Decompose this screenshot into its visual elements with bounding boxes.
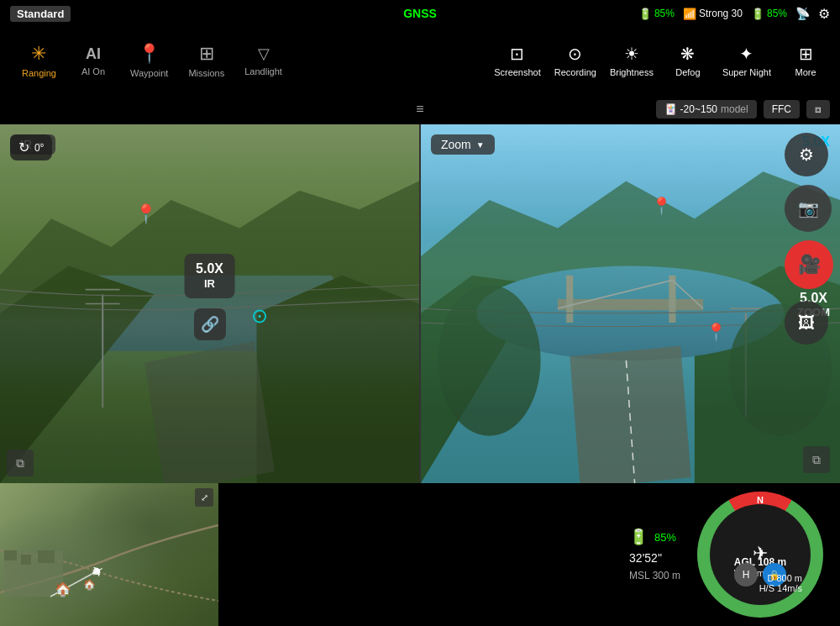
orientation-angle: 0° (34, 142, 44, 154)
waypoint-icon: 📍 (138, 43, 160, 65)
bottom-area: ✈ 🏠 🏠 ⤢ 🔋 85% 32'52'' MSL 300 m N (0, 483, 840, 626)
wifi-status: 📡 (795, 7, 810, 20)
screenshot-tool[interactable]: ⊡ Screenshot (494, 44, 541, 77)
split-icon: ⧈ (815, 103, 822, 115)
zoom-scene-svg (421, 124, 840, 483)
compass-plane-icon: ✈ (753, 543, 768, 565)
msl-row: MSL 300 m (629, 570, 680, 581)
gnss-status: GNSS (403, 7, 437, 20)
ai-label: AI On (81, 66, 105, 76)
battery-percent: 85% (654, 531, 676, 544)
svg-rect-5 (144, 341, 275, 483)
settings-status[interactable]: ⚙ (818, 6, 830, 22)
gallery-icon: 🖼 (798, 313, 815, 333)
defog-tool[interactable]: ❋ Defog (667, 44, 709, 77)
screenshot-icon: ⊡ (510, 44, 524, 64)
gallery-button[interactable]: 🖼 (785, 301, 828, 345)
compass-widget: N ✈ AGL 108 m V/S 5m/s H 🔒 (697, 492, 823, 618)
supernight-label: Super Night (722, 67, 771, 77)
flight-mode-label: Standard (10, 6, 71, 22)
battery-row: 🔋 85% (629, 528, 680, 546)
zoom-camera-label[interactable]: Zoom ▼ (431, 134, 495, 155)
ffc-label: FFC (772, 103, 791, 115)
video-record-button[interactable]: 🎥 (785, 240, 833, 289)
battery1-status: 🔋 85% (638, 8, 675, 20)
svg-rect-26 (4, 550, 17, 560)
landlight-label: Landlight (244, 66, 282, 76)
hs-value: H/S 14m/s (759, 583, 802, 593)
main-toolbar: ✳ Ranging AI AI On 📍 Waypoint ⊞ Missions… (0, 27, 840, 94)
defog-label: Defog (675, 67, 700, 77)
poi-marker-4: 📍 (706, 322, 727, 342)
home-badge: H (734, 563, 758, 587)
screenshot-label: Screenshot (494, 67, 541, 77)
zoom-dropdown-icon: ▼ (476, 140, 485, 150)
brightness-tool[interactable]: ☀ Brightness (610, 44, 654, 77)
ir-split-button[interactable]: ⧉ (7, 450, 34, 476)
dist-value: D 800 m (759, 573, 802, 583)
svg-point-23 (438, 285, 540, 436)
photo-capture-button[interactable]: 📷 (785, 185, 832, 232)
battery2-value: 85% (767, 8, 787, 19)
zoom-split-icon: ⧉ (812, 453, 821, 467)
ffc-button[interactable]: FFC (764, 100, 800, 118)
battery1-value: 85% (654, 8, 675, 19)
map-expand-button[interactable]: ⤢ (195, 488, 213, 507)
wifi-icon: 📡 (795, 7, 810, 20)
drag-handle: ≡ (416, 102, 423, 117)
ranging-label: Ranging (22, 68, 56, 78)
waypoint-tool[interactable]: 📍 Waypoint (122, 38, 176, 83)
svg-rect-16 (566, 276, 573, 323)
camera-settings-icon: ⚙ (799, 145, 814, 165)
ir-split-icon: ⧉ (16, 456, 24, 471)
photo-icon: 📷 (798, 198, 819, 218)
time-value: 32'52'' (629, 551, 662, 565)
battery2-status: 🔋 85% (751, 8, 787, 20)
brightness-icon: ☀ (624, 44, 639, 64)
tele-left-panel: 🔋 85% 32'52'' MSL 300 m (629, 528, 680, 581)
rc-signal-status: 📶 Strong 30 (683, 8, 743, 20)
record-icon: 🎥 (798, 254, 821, 276)
more-tool[interactable]: ⊞ More (785, 44, 827, 77)
ir-camera-view: IR ▼ 5.0X IR 📍 ⊙ 🔗 ⧉ (0, 124, 421, 483)
missions-tool[interactable]: ⊞ Missions (180, 38, 233, 83)
waypoint-label: Waypoint (130, 68, 168, 78)
msl-label: MSL 300 m (629, 570, 680, 581)
defog-icon: ❋ (680, 44, 695, 64)
status-right: 🔋 85% 📶 Strong 30 🔋 85% 📡 ⚙ (638, 6, 830, 22)
model-range-button[interactable]: 🃏 -20~150 model (656, 100, 757, 118)
model-label: model (721, 103, 748, 115)
split-button[interactable]: ⧈ (806, 100, 830, 118)
compass-inner: ✈ AGL 108 m V/S 5m/s H 🔒 D 800 m H/S 14 (710, 504, 811, 605)
ir-zoom-value: 5.0X (196, 260, 223, 278)
ir-zoom-type: IR (196, 277, 223, 292)
missions-icon: ⊞ (199, 43, 214, 65)
recording-tool[interactable]: ⊙ Recording (554, 44, 596, 77)
brightness-label: Brightness (610, 67, 654, 77)
drone-battery-icon: 🔋 (751, 8, 764, 20)
link-camera-button[interactable]: 🔗 (194, 308, 226, 340)
zoom-split-button[interactable]: ⧉ (803, 446, 830, 473)
supernight-tool[interactable]: ✦ Super Night (722, 44, 771, 77)
orientation-widget[interactable]: ↻ 0° (10, 134, 52, 160)
settings-icon[interactable]: ⚙ (818, 6, 830, 22)
poi-marker-1: 📍 (134, 203, 157, 225)
mini-map: ✈ 🏠 🏠 ⤢ (0, 483, 218, 626)
ai-tool[interactable]: AI AI On (68, 40, 118, 82)
battery1-icon: 🔋 (638, 8, 652, 20)
camera-settings-button[interactable]: ⚙ (785, 133, 828, 176)
ranging-tool[interactable]: ✳ Ranging (13, 38, 65, 83)
svg-marker-4 (257, 276, 419, 483)
map-home2-marker: 🏠 (83, 579, 96, 591)
landlight-icon: ▽ (258, 45, 270, 63)
svg-rect-14 (558, 299, 703, 310)
map-svg (0, 483, 218, 626)
poi-marker-3: 📍 (651, 196, 672, 216)
supernight-icon: ✦ (739, 44, 753, 64)
landlight-tool[interactable]: ▽ Landlight (236, 39, 291, 82)
camera-area: IR ▼ 5.0X IR 📍 ⊙ 🔗 ⧉ (0, 124, 840, 483)
ai-icon: AI (86, 45, 101, 63)
svg-rect-28 (38, 550, 55, 563)
telemetry-panel: 🔋 85% 32'52'' MSL 300 m N ✈ AGL 108 m (218, 492, 840, 618)
missions-label: Missions (188, 68, 224, 78)
